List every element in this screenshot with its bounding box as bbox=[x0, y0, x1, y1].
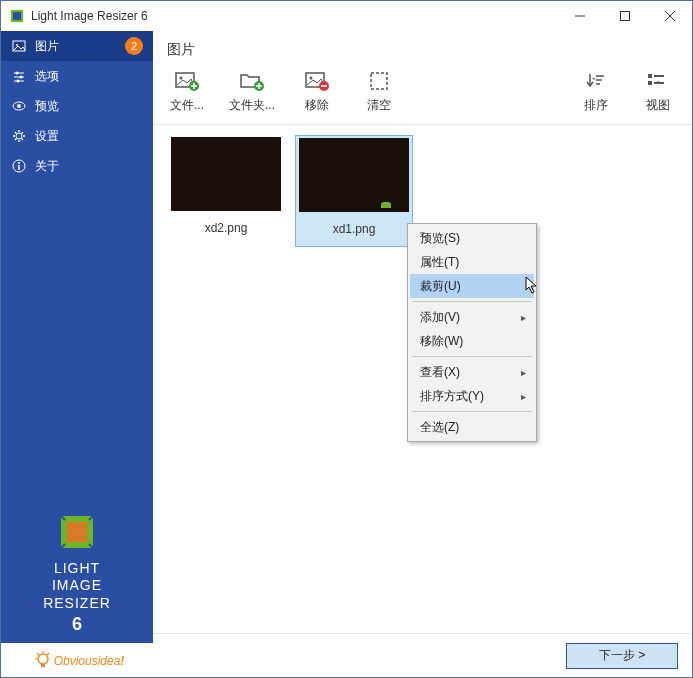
svg-line-38 bbox=[47, 653, 49, 655]
tool-label: 文件... bbox=[170, 97, 204, 114]
gear-icon bbox=[11, 128, 27, 144]
clear-icon bbox=[367, 69, 391, 93]
menu-item-sortby[interactable]: 排序方式(Y)▸ bbox=[410, 384, 534, 408]
main-area: 图片 文件... 文件夹... 移除 清空 bbox=[153, 31, 692, 677]
svg-line-37 bbox=[37, 653, 39, 655]
menu-item-crop[interactable]: 裁剪(U) bbox=[410, 274, 534, 298]
brand-version: 6 bbox=[72, 614, 82, 635]
thumbnail-area[interactable]: xd2.png xd1.png 预览(S) 属性(T) 裁剪(U) 添加(V)▸… bbox=[153, 125, 692, 633]
app-icon bbox=[9, 8, 25, 24]
sidebar-item-label: 设置 bbox=[35, 128, 59, 145]
maximize-button[interactable] bbox=[602, 1, 647, 31]
sidebar-item-preview[interactable]: 预览 bbox=[1, 91, 153, 121]
view-icon bbox=[646, 69, 670, 93]
svg-rect-3 bbox=[620, 12, 629, 21]
thumbnail-caption: xd2.png bbox=[205, 217, 248, 243]
svg-point-16 bbox=[16, 133, 22, 139]
brand-line2: IMAGE bbox=[52, 577, 102, 595]
tool-label: 文件夹... bbox=[229, 97, 275, 114]
menu-item-selectall[interactable]: 全选(Z) bbox=[410, 415, 534, 439]
add-folder-button[interactable]: 文件夹... bbox=[229, 69, 275, 114]
toolbar: 文件... 文件夹... 移除 清空 排序 bbox=[153, 63, 692, 125]
submenu-arrow-icon: ▸ bbox=[521, 312, 526, 323]
sidebar-item-label: 选项 bbox=[35, 68, 59, 85]
tool-label: 移除 bbox=[305, 97, 329, 114]
sidebar-item-about[interactable]: 关于 bbox=[1, 151, 153, 181]
svg-point-11 bbox=[20, 76, 23, 79]
thumbnail-item[interactable]: xd1.png bbox=[295, 135, 413, 247]
svg-point-26 bbox=[18, 162, 20, 164]
svg-rect-57 bbox=[648, 74, 652, 78]
menu-separator bbox=[412, 356, 532, 357]
svg-rect-52 bbox=[371, 73, 387, 89]
brand-line1: LIGHT bbox=[54, 560, 100, 578]
svg-rect-29 bbox=[67, 522, 87, 542]
menu-item-view[interactable]: 查看(X)▸ bbox=[410, 360, 534, 384]
menu-item-add[interactable]: 添加(V)▸ bbox=[410, 305, 534, 329]
info-icon bbox=[11, 158, 27, 174]
tool-label: 排序 bbox=[584, 97, 608, 114]
svg-point-41 bbox=[180, 77, 183, 80]
page-title: 图片 bbox=[153, 31, 692, 63]
svg-point-34 bbox=[38, 654, 48, 664]
svg-line-21 bbox=[15, 132, 17, 134]
submenu-arrow-icon: ▸ bbox=[521, 391, 526, 402]
context-menu: 预览(S) 属性(T) 裁剪(U) 添加(V)▸ 移除(W) 查看(X)▸ 排序… bbox=[407, 223, 537, 442]
svg-point-13 bbox=[17, 80, 20, 83]
clear-button[interactable]: 清空 bbox=[359, 69, 399, 114]
window-title: Light Image Resizer 6 bbox=[31, 9, 557, 23]
svg-line-24 bbox=[15, 139, 17, 141]
thumbnail-caption: xd1.png bbox=[333, 218, 376, 244]
body: 图片 2 选项 预览 设置 关于 LIGHT bbox=[1, 31, 692, 677]
add-folder-icon bbox=[240, 69, 264, 93]
svg-point-49 bbox=[310, 77, 313, 80]
svg-line-22 bbox=[22, 139, 24, 141]
count-badge: 2 bbox=[125, 37, 143, 55]
sidebar-item-options[interactable]: 选项 bbox=[1, 61, 153, 91]
menu-item-remove[interactable]: 移除(W) bbox=[410, 329, 534, 353]
sort-button[interactable]: 排序 bbox=[576, 69, 616, 114]
svg-point-15 bbox=[17, 104, 21, 108]
add-file-icon bbox=[175, 69, 199, 93]
sidebar-item-label: 预览 bbox=[35, 98, 59, 115]
bulb-icon bbox=[30, 649, 52, 671]
app-window: Light Image Resizer 6 图片 2 选项 预览 设置 bbox=[0, 0, 693, 678]
remove-button[interactable]: 移除 bbox=[297, 69, 337, 114]
minimize-button[interactable] bbox=[557, 1, 602, 31]
remove-icon bbox=[305, 69, 329, 93]
tool-label: 视图 bbox=[646, 97, 670, 114]
sidebar-item-label: 关于 bbox=[35, 158, 59, 175]
next-button[interactable]: 下一步 > bbox=[566, 643, 678, 669]
thumbnail-image bbox=[171, 137, 281, 211]
svg-point-9 bbox=[16, 72, 19, 75]
obviousidea-link[interactable]: Obviousidea! bbox=[1, 643, 153, 677]
brand-line3: RESIZER bbox=[43, 595, 111, 613]
titlebar[interactable]: Light Image Resizer 6 bbox=[1, 1, 692, 31]
tool-label: 清空 bbox=[367, 97, 391, 114]
svg-line-23 bbox=[22, 132, 24, 134]
add-files-button[interactable]: 文件... bbox=[167, 69, 207, 114]
sidebar-item-images[interactable]: 图片 2 bbox=[1, 31, 153, 61]
thumbnail-item[interactable]: xd2.png bbox=[167, 135, 285, 247]
menu-separator bbox=[412, 411, 532, 412]
obviousidea-label: Obviousidea! bbox=[54, 652, 125, 668]
svg-rect-59 bbox=[648, 81, 652, 85]
sliders-icon bbox=[11, 68, 27, 84]
svg-rect-1 bbox=[13, 12, 21, 20]
brand-logo: LIGHT IMAGE RESIZER 6 bbox=[1, 500, 153, 644]
sort-icon bbox=[584, 69, 608, 93]
close-button[interactable] bbox=[647, 1, 692, 31]
view-button[interactable]: 视图 bbox=[638, 69, 678, 114]
eye-icon bbox=[11, 98, 27, 114]
sidebar-item-label: 图片 bbox=[35, 38, 59, 55]
image-icon bbox=[11, 38, 27, 54]
submenu-arrow-icon: ▸ bbox=[521, 367, 526, 378]
menu-item-properties[interactable]: 属性(T) bbox=[410, 250, 534, 274]
thumbnail-image bbox=[299, 138, 409, 212]
sidebar: 图片 2 选项 预览 设置 关于 LIGHT bbox=[1, 31, 153, 677]
menu-item-preview[interactable]: 预览(S) bbox=[410, 226, 534, 250]
svg-rect-39 bbox=[41, 664, 45, 667]
sidebar-item-settings[interactable]: 设置 bbox=[1, 121, 153, 151]
menu-separator bbox=[412, 301, 532, 302]
footer: 下一步 > bbox=[153, 633, 692, 677]
